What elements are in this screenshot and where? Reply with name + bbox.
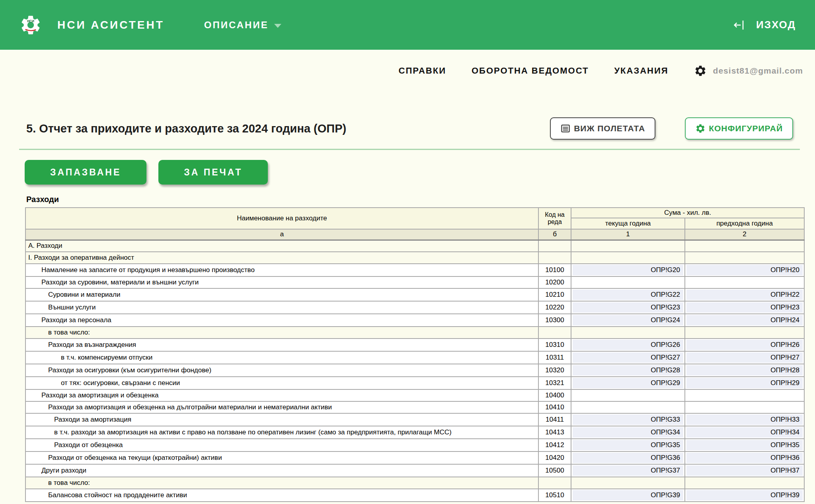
previous-year-field[interactable]: ОПР!H22 [686, 290, 803, 300]
previous-year-field[interactable]: ОПР!H35 [686, 440, 803, 450]
row-code-cell: 10510 [538, 489, 571, 502]
previous-year-cell [685, 252, 804, 264]
row-code-cell: 10210 [538, 288, 571, 301]
expense-name-cell: Балансова стойност на продадените активи [25, 489, 538, 502]
expense-name-cell: Разходи за амортизация [25, 413, 538, 426]
previous-year-field[interactable]: ОПР!H34 [686, 427, 803, 438]
row-code-cell [538, 477, 571, 489]
row-code-cell: 10420 [538, 451, 571, 464]
previous-year-cell: ОПР!H20 [685, 264, 804, 276]
current-year-field[interactable]: ОПР!G26 [573, 340, 683, 350]
previous-year-cell [685, 389, 804, 401]
previous-year-field[interactable]: ОПР!H33 [686, 414, 803, 425]
table-row: Разходи за осигуровки (към осигурителни … [25, 364, 804, 377]
previous-year-field[interactable]: ОПР!H36 [686, 453, 803, 463]
table-row: Балансова стойност на продадените активи… [25, 489, 804, 502]
header-current-year: текуща година [571, 218, 685, 229]
top-navbar: НСИ НСИ АСИСТЕНТ ОПИСАНИЕ ИЗХОД [0, 0, 815, 50]
previous-year-field[interactable]: ОПР!H29 [686, 378, 803, 388]
current-year-field[interactable]: ОПР!G33 [573, 414, 683, 425]
expenses-table-body: А. РазходиI. Разходи за оперативна дейно… [25, 240, 804, 502]
row-code-cell: 10220 [538, 301, 571, 314]
expenses-table: Наименование на разходите Код на реда Су… [25, 207, 805, 502]
row-code-cell: 10100 [538, 264, 571, 276]
user-email: desist81@gmail.com [713, 66, 803, 76]
print-button[interactable]: ЗА ПЕЧАТ [158, 160, 268, 185]
current-year-field[interactable]: ОПР!G23 [573, 302, 683, 313]
current-year-cell [571, 240, 685, 252]
current-year-field[interactable]: ОПР!G39 [573, 490, 683, 500]
previous-year-cell: ОПР!H26 [685, 339, 804, 351]
expense-name-cell: Намаление на запасите от продукция и нез… [25, 264, 538, 276]
previous-year-cell: ОПР!H22 [685, 288, 804, 301]
expense-name-cell: Суровини и материали [25, 288, 538, 301]
expense-name-cell: Разходи от обезценка на текущи (краткотр… [25, 451, 538, 464]
current-year-cell [571, 252, 685, 264]
table-row: в т.ч. разходи за амортизация на активи … [25, 426, 804, 439]
current-year-field[interactable]: ОПР!G28 [573, 365, 683, 376]
menu-description[interactable]: ОПИСАНИЕ [204, 19, 281, 31]
nav-link-oborotna-vedomost[interactable]: ОБОРОТНА ВЕДОМОСТ [472, 66, 589, 76]
current-year-cell: ОПР!G22 [571, 288, 685, 301]
previous-year-field[interactable]: ОПР!H20 [686, 265, 803, 275]
previous-year-field[interactable]: ОПР!H28 [686, 365, 803, 376]
current-year-field[interactable]: ОПР!G29 [573, 378, 683, 388]
previous-year-field[interactable]: ОПР!H37 [686, 465, 803, 476]
previous-year-field[interactable]: ОПР!H39 [686, 490, 803, 500]
expense-name-cell: от тях: осигуровки, свързани с пенсии [25, 377, 538, 389]
logout-button[interactable]: ИЗХОД [732, 18, 796, 32]
previous-year-field[interactable]: ОПР!H24 [686, 315, 803, 325]
row-code-cell [538, 252, 571, 264]
table-label: Разходи [26, 195, 59, 204]
current-year-field[interactable]: ОПР!G27 [573, 352, 683, 363]
current-year-cell: ОПР!G36 [571, 451, 685, 464]
configure-button[interactable]: КОНФИГУРИРАЙ [685, 117, 793, 140]
table-row: I. Разходи за оперативна дейност [25, 252, 804, 264]
row-code-cell: 10200 [538, 276, 571, 288]
expense-name-cell: I. Разходи за оперативна дейност [25, 252, 538, 264]
expense-name-cell: в това число: [25, 327, 538, 339]
current-year-field[interactable]: ОПР!G20 [573, 265, 683, 275]
current-year-cell: ОПР!G34 [571, 426, 685, 439]
expense-name-cell: Разходи за осигуровки (към осигурителни … [25, 364, 538, 377]
previous-year-field[interactable]: ОПР!H26 [686, 340, 803, 350]
app-brand[interactable]: НСИ АСИСТЕНТ [57, 19, 164, 31]
row-code-cell [538, 327, 571, 339]
view-fields-button[interactable]: ВИЖ ПОЛЕТАТА [550, 117, 655, 140]
save-button[interactable]: ЗАПАЗВАНЕ [25, 160, 146, 185]
previous-year-field[interactable]: ОПР!H23 [686, 302, 803, 313]
chevron-down-icon [274, 24, 281, 28]
current-year-cell: ОПР!G35 [571, 439, 685, 451]
logout-icon [732, 18, 746, 32]
table-row: Разходи за суровини, материали и външни … [25, 276, 804, 288]
current-year-field[interactable]: ОПР!G24 [573, 315, 683, 325]
logout-label: ИЗХОД [756, 19, 796, 31]
page-title: 5. Отчет за приходите и разходите за 202… [26, 122, 346, 135]
current-year-field[interactable]: ОПР!G34 [573, 427, 683, 438]
row-code-cell: 10311 [538, 351, 571, 364]
previous-year-cell [685, 240, 804, 252]
current-year-field[interactable]: ОПР!G36 [573, 453, 683, 463]
subheader-2: 2 [685, 229, 804, 240]
svg-text:НСИ: НСИ [27, 19, 34, 23]
table-row: Суровини и материали10210ОПР!G22ОПР!H22 [25, 288, 804, 301]
current-year-cell [571, 327, 685, 339]
nav-link-spravki[interactable]: СПРАВКИ [399, 66, 446, 76]
previous-year-field[interactable]: ОПР!H27 [686, 352, 803, 363]
current-year-cell [571, 477, 685, 489]
current-year-field[interactable]: ОПР!G37 [573, 465, 683, 476]
nsi-logo-icon[interactable]: НСИ [19, 14, 42, 37]
table-row: Разходи за амортизация и обезценка на дъ… [25, 401, 804, 413]
previous-year-cell: ОПР!H28 [685, 364, 804, 377]
nav-link-ukazaniya[interactable]: УКАЗАНИЯ [614, 66, 668, 76]
row-code-cell: 10500 [538, 464, 571, 477]
current-year-field[interactable]: ОПР!G22 [573, 290, 683, 300]
current-year-cell [571, 276, 685, 288]
previous-year-cell: ОПР!H33 [685, 413, 804, 426]
account-menu[interactable]: desist81@gmail.com [694, 64, 803, 77]
current-year-field[interactable]: ОПР!G35 [573, 440, 683, 450]
previous-year-cell: ОПР!H29 [685, 377, 804, 389]
previous-year-cell: ОПР!H39 [685, 489, 804, 502]
table-row: А. Разходи [25, 240, 804, 252]
subheader-1: 1 [571, 229, 685, 240]
